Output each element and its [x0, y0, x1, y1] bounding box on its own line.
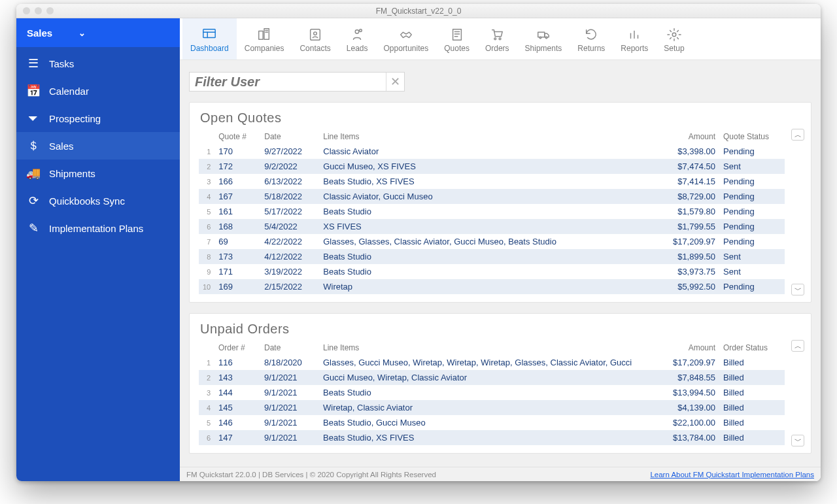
filter-user-input[interactable] — [190, 75, 386, 90]
cell-amount: $17,209.97 — [654, 355, 719, 370]
toolbar-label: Companies — [245, 44, 284, 53]
cell-items: XS FIVES — [319, 219, 654, 234]
calendar-icon: 📅 — [27, 84, 40, 97]
toolbar-companies[interactable]: Companies — [237, 18, 292, 59]
table-row[interactable]: 6 147 9/1/2021 Beats Studio, XS FIVES $1… — [199, 430, 785, 445]
table-row[interactable]: 2 143 9/1/2021 Gucci Museo, Wiretap, Cla… — [199, 370, 785, 385]
cell-id: 145 — [214, 400, 260, 415]
sidebar-item-calendar[interactable]: 📅 Calendar — [16, 77, 180, 105]
cell-status: Pending — [719, 219, 785, 234]
pen-icon: ✎ — [27, 222, 40, 235]
column-header: Order # — [214, 341, 260, 355]
table-row[interactable]: 7 69 4/22/2022 Glasses, Glasses, Classic… — [199, 234, 785, 249]
cell-id: 171 — [214, 264, 260, 279]
cell-items: Wiretap — [319, 279, 654, 294]
chevron-up-icon: ︿ — [794, 341, 802, 351]
svg-point-18 — [539, 37, 541, 39]
table-row[interactable]: 6 168 5/4/2022 XS FIVES $1,799.55 Pendin… — [199, 219, 785, 234]
cell-date: 9/2/2022 — [260, 159, 319, 174]
table-row[interactable]: 1 170 9/27/2022 Classic Aviator $3,398.0… — [199, 144, 785, 159]
cell-date: 9/1/2021 — [260, 385, 319, 400]
table-row[interactable]: 8 173 4/12/2022 Beats Studio $1,899.50 S… — [199, 249, 785, 264]
cell-date: 9/27/2022 — [260, 144, 319, 159]
toolbar-label: Returns — [577, 44, 605, 53]
cell-id: 173 — [214, 249, 260, 264]
cell-items: Gucci Museo, XS FIVES — [319, 159, 654, 174]
cell-id: 143 — [214, 370, 260, 385]
cell-id: 170 — [214, 144, 260, 159]
sidebar-item-tasks[interactable]: ☰ Tasks — [16, 50, 180, 77]
quotes-scroll-up[interactable]: ︿ — [791, 129, 804, 141]
table-row[interactable]: 5 146 9/1/2021 Beats Studio, Gucci Museo… — [199, 415, 785, 430]
toolbar-leads[interactable]: Leads — [339, 18, 376, 59]
sidebar-item-prospecting[interactable]: ⏷ Prospecting — [16, 105, 180, 132]
unpaid-orders-title: Unpaid Orders — [200, 322, 802, 337]
footer-link[interactable]: Learn About FM Quickstart Implementation… — [650, 471, 814, 479]
table-row[interactable]: 3 144 9/1/2021 Beats Studio $13,994.50 B… — [199, 385, 785, 400]
clear-filter-button[interactable]: ✕ — [386, 73, 404, 91]
table-row[interactable]: 1 116 8/18/2020 Glasses, Gucci Museo, Wi… — [199, 355, 785, 370]
cell-amount: $1,579.80 — [654, 204, 719, 219]
table-row[interactable]: 3 166 6/13/2022 Beats Studio, XS FIVES $… — [199, 174, 785, 189]
cell-date: 9/1/2021 — [260, 370, 319, 385]
table-row[interactable]: 5 161 5/17/2022 Beats Studio $1,579.80 P… — [199, 204, 785, 219]
toolbar-orders[interactable]: Orders — [477, 18, 517, 59]
cell-date: 5/17/2022 — [260, 204, 319, 219]
cell-id: 146 — [214, 415, 260, 430]
toolbar-label: Shipments — [525, 44, 562, 53]
column-header: Order Status — [719, 341, 785, 355]
toolbar-setup[interactable]: Setup — [656, 18, 692, 59]
table-row[interactable]: 4 145 9/1/2021 Wiretap, Classic Aviator … — [199, 400, 785, 415]
toolbar-returns[interactable]: Returns — [570, 18, 613, 59]
svg-rect-0 — [203, 29, 215, 37]
toolbar-shipments[interactable]: Shipments — [517, 18, 570, 59]
row-index: 7 — [199, 234, 214, 249]
quotes-scroll-down[interactable]: ﹀ — [791, 284, 804, 295]
svg-point-15 — [494, 38, 496, 40]
row-index: 10 — [199, 279, 214, 294]
toolbar-dashboard[interactable]: Dashboard — [182, 18, 237, 59]
traffic-max-icon[interactable] — [46, 7, 54, 14]
sidebar-item-quickbooks-sync[interactable]: ⟳ Quickbooks Sync — [16, 187, 180, 214]
column-header: Date — [260, 129, 319, 144]
sidebar-header[interactable]: Sales ⌄ — [16, 18, 180, 47]
orders-scroll-up[interactable]: ︿ — [791, 340, 804, 352]
cell-date: 8/18/2020 — [260, 355, 319, 370]
cell-status: Pending — [719, 204, 785, 219]
cell-items: Beats Studio, XS FIVES — [319, 430, 654, 445]
sidebar-item-sales[interactable]: ＄ Sales — [16, 132, 180, 160]
table-row[interactable]: 9 171 3/19/2022 Beats Studio $3,973.75 S… — [199, 264, 785, 279]
svg-rect-3 — [259, 31, 263, 39]
cell-amount: $7,848.55 — [654, 370, 719, 385]
open-quotes-title: Open Quotes — [200, 110, 802, 126]
sidebar-item-shipments[interactable]: 🚚 Shipments — [16, 160, 180, 187]
traffic-min-icon[interactable] — [35, 7, 42, 14]
traffic-close-icon[interactable] — [23, 7, 30, 14]
row-index: 2 — [199, 159, 214, 174]
cell-date: 9/1/2021 — [260, 415, 319, 430]
toolbar-contacts[interactable]: Contacts — [292, 18, 338, 59]
cell-amount: $1,899.50 — [654, 249, 719, 264]
leads-icon — [348, 27, 366, 42]
toolbar-opportunites[interactable]: Opportunites — [375, 18, 436, 59]
column-header: Amount — [654, 341, 719, 355]
toolbar-reports[interactable]: Reports — [613, 18, 656, 59]
table-row[interactable]: 10 169 2/15/2022 Wiretap $5,992.50 Pendi… — [199, 279, 785, 294]
table-row[interactable]: 4 167 5/18/2022 Classic Aviator, Gucci M… — [199, 189, 785, 204]
table-row[interactable]: 2 172 9/2/2022 Gucci Museo, XS FIVES $7,… — [199, 159, 785, 174]
sidebar-item-implementation-plans[interactable]: ✎ Implementation Plans — [16, 214, 180, 242]
cell-date: 2/15/2022 — [260, 279, 319, 294]
toolbar-label: Quotes — [444, 44, 470, 53]
window-title: FM_Quickstart_v22_0_0 — [16, 7, 821, 16]
cell-status: Billed — [719, 415, 785, 430]
row-index: 1 — [199, 355, 214, 370]
toolbar-quotes[interactable]: Quotes — [436, 18, 477, 59]
toolbar-label: Setup — [664, 44, 684, 53]
orders-scroll-down[interactable]: ﹀ — [791, 435, 804, 446]
returns-icon — [582, 27, 600, 42]
svg-rect-11 — [453, 29, 461, 40]
svg-point-9 — [355, 29, 359, 33]
sidebar-item-label: Prospecting — [49, 113, 101, 124]
chevron-up-icon: ︿ — [794, 130, 802, 140]
sidebar-item-label: Sales — [49, 141, 74, 152]
